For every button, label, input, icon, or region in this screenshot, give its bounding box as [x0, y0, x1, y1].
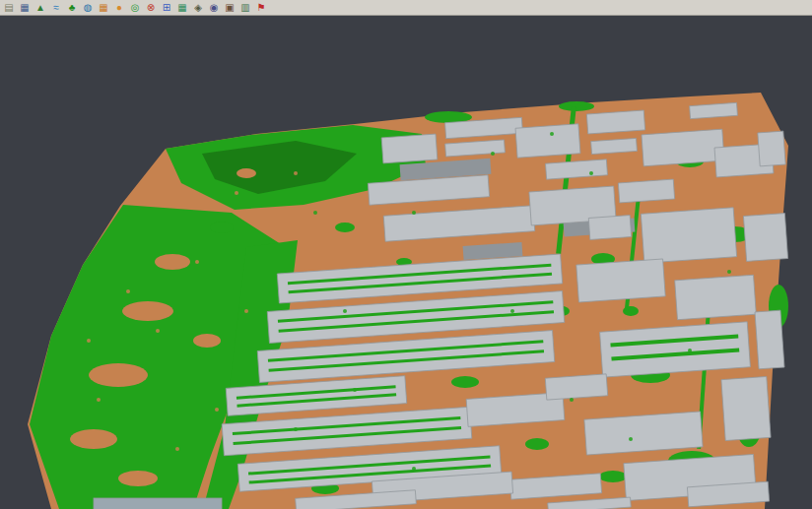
mesh-button[interactable]: ◈	[191, 1, 205, 14]
delete-icon: ⊗	[147, 2, 155, 14]
open-file-icon: ▤	[4, 2, 13, 14]
open-file-button[interactable]: ▤	[2, 1, 16, 14]
sphere-view-icon: ◉	[210, 2, 219, 14]
building-bottom-edge	[94, 498, 222, 509]
water-button[interactable]: ≈	[49, 1, 63, 14]
viewport-3d[interactable]	[0, 16, 812, 509]
grid-button[interactable]: ▦	[175, 1, 189, 14]
vegetation-button[interactable]: ♣	[65, 1, 79, 14]
layers-button[interactable]: ▦	[18, 1, 32, 14]
water-icon: ≈	[53, 2, 59, 14]
stats-icon: ▥	[240, 2, 249, 14]
dem-button[interactable]: ▦	[97, 1, 110, 14]
ortho-button[interactable]: ●	[112, 1, 126, 14]
sphere-view-button[interactable]: ◉	[207, 1, 221, 14]
globe-icon: ◍	[84, 2, 93, 14]
mesh-icon: ◈	[194, 2, 202, 14]
target-button[interactable]: ◎	[128, 1, 142, 14]
terrain-icon: ▲	[35, 2, 45, 14]
layers-icon: ▦	[20, 2, 29, 14]
dem-icon: ▦	[99, 2, 107, 14]
terrain-button[interactable]: ▲	[34, 1, 47, 14]
select-region-button[interactable]: ⊞	[160, 1, 173, 14]
app-window: ▤▦▲≈♣◍▦●◎⊗⊞▦◈◉▣▥⚑	[0, 0, 812, 509]
delete-button[interactable]: ⊗	[144, 1, 158, 14]
flag-button[interactable]: ⚑	[254, 1, 268, 14]
stats-button[interactable]: ▥	[238, 1, 252, 14]
image-view-button[interactable]: ▣	[223, 1, 237, 14]
image-view-icon: ▣	[225, 2, 234, 14]
flag-icon: ⚑	[257, 2, 266, 14]
point-cloud-scene[interactable]	[0, 16, 812, 509]
grid-icon: ▦	[177, 2, 186, 14]
ortho-icon: ●	[116, 2, 122, 14]
globe-button[interactable]: ◍	[81, 1, 95, 14]
main-toolbar: ▤▦▲≈♣◍▦●◎⊗⊞▦◈◉▣▥⚑	[0, 0, 812, 16]
select-region-icon: ⊞	[163, 2, 170, 14]
target-icon: ◎	[131, 2, 140, 14]
vegetation-icon: ♣	[69, 2, 76, 14]
